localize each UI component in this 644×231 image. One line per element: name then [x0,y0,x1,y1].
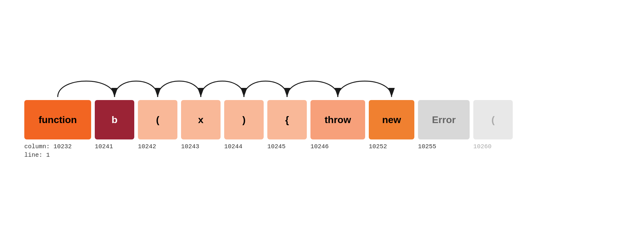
token-label-Error: 10255 [418,142,436,151]
token-label-lparen2: 10260 [473,142,492,151]
token-label-lparen: 10242 [138,142,156,151]
token-label-x: 10243 [181,142,199,151]
token-wrapper-function: functioncolumn: 10232line: 1 [24,100,91,159]
token-label-rparen: 10244 [224,142,242,151]
token-label-new: 10252 [369,142,387,151]
token-label-lbrace: 10245 [267,142,286,151]
token-label-b: 10241 [95,142,113,151]
token-box-lbrace: { [267,100,307,139]
token-box-lparen: ( [138,100,177,139]
token-wrapper-lparen: (10242 [138,100,177,151]
token-wrapper-rparen: )10244 [224,100,264,151]
token-wrapper-lparen2: (10260 [473,100,513,151]
token-wrapper-lbrace: {10245 [267,100,307,151]
token-wrapper-x: x10243 [181,100,221,151]
token-box-throw: throw [310,100,365,139]
token-box-rparen: ) [224,100,264,139]
token-box-lparen2: ( [473,100,513,139]
token-wrapper-new: new10252 [369,100,414,151]
token-label-function: column: 10232line: 1 [24,142,72,159]
token-wrapper-Error: Error10255 [418,100,470,151]
token-box-b: b [95,100,134,139]
token-wrapper-b: b10241 [95,100,134,151]
token-box-new: new [369,100,414,139]
token-box-x: x [181,100,221,139]
token-box-function: function [24,100,91,139]
token-wrapper-throw: throw10246 [310,100,365,151]
token-box-Error: Error [418,100,470,139]
token-label-throw: 10246 [310,142,329,151]
